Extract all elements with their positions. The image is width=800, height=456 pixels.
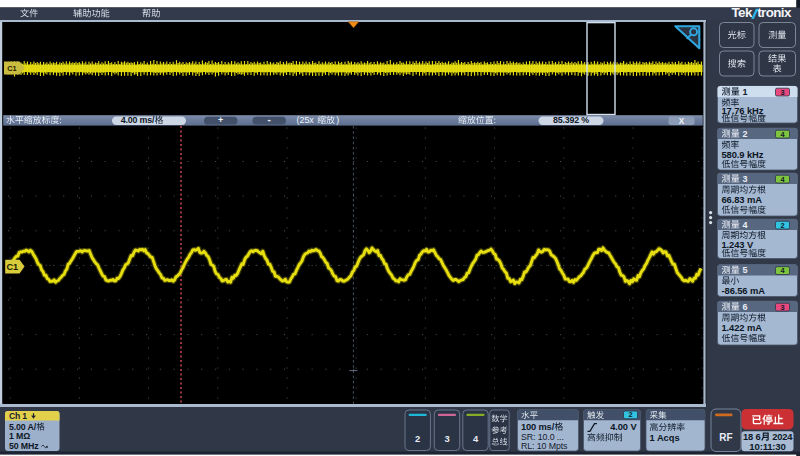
- svg-text:3: 3: [444, 433, 449, 444]
- svg-text:2: 2: [415, 433, 420, 444]
- svg-text:5.00 A/: 5.00 A/: [9, 422, 37, 432]
- svg-text:RF: RF: [719, 432, 732, 443]
- svg-text:6: 6: [743, 302, 748, 312]
- svg-text:5: 5: [743, 265, 748, 275]
- svg-text:3: 3: [743, 174, 748, 184]
- svg-text:3: 3: [780, 303, 784, 312]
- svg-text:+: +: [218, 115, 223, 125]
- svg-text:4: 4: [473, 433, 479, 444]
- svg-text:-: -: [268, 114, 271, 125]
- svg-text:580.9 kHz: 580.9 kHz: [722, 149, 764, 160]
- svg-text:RL: 10 Mpts: RL: 10 Mpts: [521, 441, 568, 451]
- svg-text:1 Acqs: 1 Acqs: [650, 433, 680, 443]
- svg-text:2: 2: [628, 410, 632, 419]
- svg-text:): ): [336, 115, 339, 125]
- svg-text:3: 3: [780, 88, 784, 97]
- svg-text:1 MΩ: 1 MΩ: [9, 431, 30, 441]
- svg-text:4.00 ms/: 4.00 ms/: [121, 115, 155, 125]
- svg-text:Tek: Tek: [732, 5, 753, 20]
- svg-text:66.83 mA: 66.83 mA: [722, 194, 763, 205]
- svg-text:85.392 %: 85.392 %: [553, 115, 589, 125]
- svg-text:1.422 mA: 1.422 mA: [722, 322, 763, 333]
- svg-text:Ch 1: Ch 1: [9, 411, 27, 421]
- svg-text:X: X: [679, 117, 685, 126]
- svg-text:50 MHz: 50 MHz: [9, 441, 39, 451]
- svg-text:1: 1: [743, 87, 748, 97]
- svg-text:C1: C1: [7, 64, 16, 73]
- svg-text:C1: C1: [7, 262, 18, 272]
- svg-text:-86.56 mA: -86.56 mA: [722, 285, 766, 296]
- svg-text:(25x: (25x: [297, 115, 315, 125]
- svg-text:SR: 10.0 ...: SR: 10.0 ...: [521, 432, 564, 442]
- svg-text:4.00 V: 4.00 V: [610, 422, 637, 432]
- svg-text:100 ms/: 100 ms/: [521, 422, 555, 432]
- svg-text:tronix: tronix: [757, 5, 792, 20]
- svg-text:4: 4: [743, 220, 748, 230]
- svg-text:2: 2: [780, 221, 784, 230]
- svg-text:2: 2: [743, 129, 748, 139]
- svg-text:1.243 V: 1.243 V: [722, 239, 754, 250]
- svg-text:10:11:30: 10:11:30: [749, 441, 785, 452]
